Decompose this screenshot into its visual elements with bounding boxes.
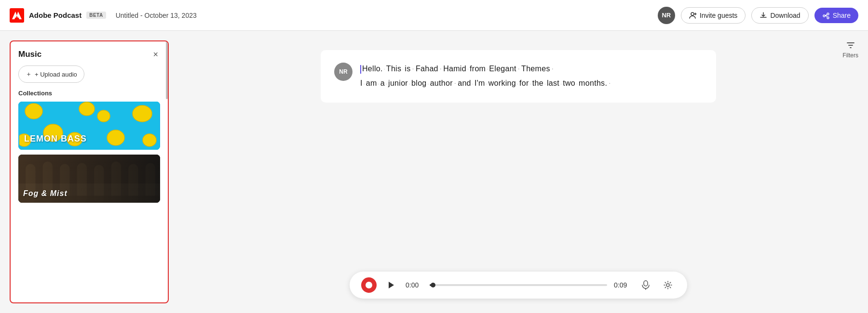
record-button[interactable] <box>361 277 377 293</box>
upload-audio-button[interactable]: ＋ + Upload audio <box>18 65 84 83</box>
app-name: Adobe Podcast <box>29 11 81 19</box>
share-label: Share <box>833 12 851 19</box>
text-cursor <box>360 65 361 74</box>
progress-thumb[interactable] <box>431 283 435 287</box>
download-button[interactable]: Download <box>751 7 808 24</box>
lemon-bass-label: LEMON BASS <box>24 134 87 144</box>
play-icon <box>388 281 394 289</box>
adobe-logo-icon <box>10 8 24 23</box>
svg-point-9 <box>143 134 156 146</box>
svg-point-5 <box>79 102 95 116</box>
header-left: Adobe Podcast BETA Untitled - October 13… <box>10 8 197 23</box>
share-button[interactable]: Share <box>814 8 858 23</box>
invite-guests-label: Invite guests <box>700 12 738 19</box>
transcript-lines: Hello.·This·is•Fahad•Hamid·from·Elegant•… <box>360 62 612 91</box>
download-label: Download <box>770 12 800 19</box>
scrollbar-thumb[interactable] <box>166 41 168 99</box>
panel-title: Music <box>18 50 41 59</box>
microphone-button[interactable] <box>638 277 653 293</box>
music-panel: Music × ＋ + Upload audio Collections <box>10 40 169 303</box>
svg-point-11 <box>97 110 110 122</box>
transcript-area: Filters NR Hello.·This·is•Fahad•Hamid·fr… <box>169 31 868 313</box>
progress-track[interactable] <box>430 284 607 286</box>
svg-point-1 <box>691 13 694 15</box>
scrollbar-track <box>165 41 168 302</box>
collections-label: Collections <box>11 90 168 102</box>
close-panel-button[interactable]: × <box>151 49 160 60</box>
svg-point-7 <box>133 105 152 122</box>
share-icon <box>822 12 830 19</box>
doc-title: Untitled - October 13, 2023 <box>116 12 197 19</box>
download-icon <box>760 12 767 19</box>
transcript-line-2: I·am·a·junior·blog·author•and·I'm·workin… <box>360 76 612 91</box>
svg-point-3 <box>25 104 42 119</box>
filters-button[interactable]: Filters <box>842 40 858 59</box>
transcript-line-1: Hello.·This·is•Fahad•Hamid·from·Elegant•… <box>360 62 612 76</box>
header-right: NR Invite guests Download Share <box>658 7 858 24</box>
panel-header: Music × <box>11 41 168 65</box>
header: Adobe Podcast BETA Untitled - October 13… <box>0 0 868 31</box>
svg-point-6 <box>107 130 124 145</box>
time-end: 0:09 <box>614 281 631 289</box>
transcript-bubble: NR Hello.·This·is•Fahad•Hamid·from·Elega… <box>321 50 716 103</box>
settings-button[interactable] <box>660 277 676 293</box>
upload-plus-icon: ＋ <box>26 70 32 78</box>
microphone-icon <box>641 280 650 290</box>
filters-icon <box>846 40 855 50</box>
invite-guests-button[interactable]: Invite guests <box>681 7 746 24</box>
collections-list: LEMON BASS <box>11 102 168 302</box>
settings-icon <box>664 281 672 289</box>
speaker-row: NR Hello.·This·is•Fahad•Hamid·from·Elega… <box>334 62 703 91</box>
main-content: Music × ＋ + Upload audio Collections <box>0 31 868 313</box>
fog-mist-label: Fog & Mist <box>23 189 68 198</box>
speaker-avatar: NR <box>334 63 353 81</box>
collection-fog-mist[interactable]: Fog & Mist <box>18 155 160 203</box>
svg-rect-23 <box>644 281 648 286</box>
record-dot-icon <box>366 282 372 288</box>
avatar: NR <box>658 7 675 24</box>
upload-audio-label: + Upload audio <box>35 71 77 78</box>
svg-point-25 <box>666 284 669 287</box>
player-bar: 0:00 0:09 <box>350 272 687 299</box>
invite-icon <box>689 12 697 19</box>
time-start: 0:00 <box>406 281 423 289</box>
beta-badge: BETA <box>86 12 106 19</box>
collection-lemon-bass[interactable]: LEMON BASS <box>18 102 160 150</box>
filters-label: Filters <box>842 52 858 59</box>
play-button[interactable] <box>383 277 399 293</box>
